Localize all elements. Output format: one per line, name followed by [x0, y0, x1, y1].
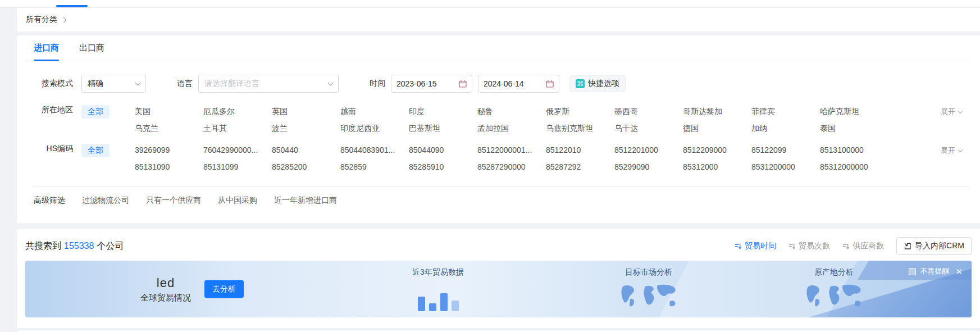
region-item[interactable]: 哈萨克斯坦	[820, 105, 893, 118]
hs-code-item[interactable]: 85044090	[409, 144, 477, 157]
region-list-row1: 美国厄瓜多尔英国越南印度秘鲁俄罗斯墨西哥哥斯达黎加菲律宾哈萨克斯坦	[135, 105, 893, 118]
hs-code-list-row2: 8513109085131099852852008528598528591085…	[135, 161, 893, 174]
dont-remind-label: 不再提醒	[920, 266, 949, 276]
expand-label: 展开	[941, 145, 955, 156]
region-expand-link[interactable]: 展开	[941, 107, 962, 117]
region-item[interactable]: 俄罗斯	[546, 105, 614, 118]
region-item[interactable]: 菲律宾	[751, 105, 820, 118]
quick-options-label: 快捷选项	[588, 79, 619, 89]
advanced-option[interactable]: 从中国采购	[218, 195, 257, 206]
hs-code-lists: 3926909976042990000...85044085044083901.…	[135, 144, 893, 174]
bar	[418, 297, 425, 311]
region-item[interactable]: 乌克兰	[135, 122, 203, 135]
hs-code-item[interactable]: 85287292	[546, 161, 614, 174]
import-crm-button[interactable]: 导入内部CRM	[896, 237, 972, 255]
advanced-options: 过滤物流公司只有一个供应商从中国采购近一年新增进口商	[82, 195, 337, 206]
sort-option[interactable]: 贸易时间	[735, 241, 776, 251]
region-item[interactable]: 巴基斯坦	[409, 122, 477, 135]
sort-option[interactable]: 贸易次数	[788, 241, 830, 251]
breadcrumb-band: 所有分类	[17, 8, 980, 32]
sort-option-label: 贸易时间	[745, 241, 776, 251]
tab-exporters[interactable]: 出口商	[79, 35, 104, 61]
region-item[interactable]: 加纳	[751, 122, 820, 135]
region-item[interactable]: 孟加拉国	[477, 122, 546, 135]
region-item[interactable]: 土耳其	[203, 122, 272, 135]
hs-code-expand-link[interactable]: 展开	[941, 145, 962, 156]
hs-code-item[interactable]: 85299090	[614, 161, 683, 174]
hs-code-label: HS编码	[25, 144, 73, 154]
hs-code-all-chip[interactable]: 全部	[81, 144, 110, 157]
hs-code-item[interactable]: 85285910	[409, 161, 477, 174]
chevron-down-icon	[958, 108, 963, 113]
region-item[interactable]: 秘鲁	[477, 105, 546, 118]
hs-code-item[interactable]: 8512209000	[683, 144, 751, 157]
region-item[interactable]: 德国	[683, 122, 751, 135]
active-top-tab-underline	[56, 5, 88, 7]
time-label: 时间	[370, 79, 385, 89]
hs-code-item[interactable]: 85285200	[272, 161, 340, 174]
hs-code-item[interactable]: 85131099	[203, 161, 272, 174]
search-mode-label: 搜索模式	[25, 79, 73, 89]
results-count-suffix: 个公司	[97, 240, 124, 252]
hs-code-item[interactable]: 85122099	[751, 144, 820, 157]
region-item[interactable]: 乌干达	[614, 122, 683, 135]
end-date-input[interactable]: 2024-06-14	[478, 75, 559, 93]
banner-section-title: 目标市场分析	[598, 267, 699, 278]
advanced-option[interactable]: 只有一个供应商	[146, 195, 201, 206]
close-icon[interactable]: ✕	[955, 267, 963, 276]
advanced-filter-row: 高级筛选 过滤物流公司只有一个供应商从中国采购近一年新增进口商	[25, 195, 969, 206]
language-select[interactable]: 请选择翻译语言	[198, 75, 339, 93]
hs-code-item[interactable]: 85131090	[135, 161, 203, 174]
hs-code-item[interactable]: 85122000001...	[477, 144, 546, 157]
hs-code-item[interactable]: 85312000000	[820, 161, 893, 174]
advanced-option[interactable]: 近一年新增进口商	[274, 195, 337, 206]
region-item[interactable]: 印度	[409, 105, 477, 118]
region-item[interactable]: 泰国	[820, 122, 893, 135]
region-item[interactable]: 越南	[340, 105, 409, 118]
hs-code-item[interactable]: 85122010	[546, 144, 614, 157]
calendar-icon	[546, 80, 554, 88]
sort-icon	[735, 243, 742, 250]
region-item[interactable]: 乌兹别克斯坦	[546, 122, 614, 135]
region-item[interactable]: 哥斯达黎加	[683, 105, 751, 118]
start-date-input[interactable]: 2023-06-15	[391, 75, 472, 93]
breadcrumb[interactable]: 所有分类	[26, 15, 66, 25]
tab-importers[interactable]: 进口商	[34, 35, 59, 61]
sort-option[interactable]: 供应商数	[842, 241, 884, 251]
region-item[interactable]: 波兰	[272, 122, 340, 135]
hs-code-item[interactable]: 76042990000...	[203, 144, 272, 157]
quick-options-button[interactable]: ⌘ 快捷选项	[569, 75, 626, 92]
world-map-graphic	[803, 282, 865, 311]
hs-code-item[interactable]: 85312000	[683, 161, 751, 174]
results-header-actions: 贸易时间 贸易次数 供应商数	[735, 237, 972, 255]
region-item[interactable]: 英国	[272, 105, 340, 118]
trade-bar-chart	[388, 284, 489, 311]
divider	[34, 186, 969, 187]
hs-code-item[interactable]: 8512201000	[614, 144, 683, 157]
region-item[interactable]: 印度尼西亚	[340, 122, 409, 135]
search-options-row: 搜索模式 精确 语言 请选择翻译语言 时间 2023-06-15 2024-06…	[25, 75, 969, 93]
hs-code-item[interactable]: 85287290000	[477, 161, 546, 174]
analyze-button[interactable]: 去分析	[204, 280, 244, 298]
start-date-value: 2023-06-15	[396, 79, 437, 88]
chevron-down-icon	[958, 147, 963, 152]
search-mode-select[interactable]: 精确	[81, 75, 146, 93]
import-icon	[904, 242, 911, 250]
region-label: 所在地区	[25, 105, 73, 115]
region-all-chip[interactable]: 全部	[81, 105, 110, 119]
region-item[interactable]: 厄瓜多尔	[203, 105, 272, 118]
hs-code-item[interactable]: 852859	[340, 161, 409, 174]
hs-code-item[interactable]: 850440	[272, 144, 340, 157]
banner-keyword: led	[140, 275, 191, 290]
chevron-right-icon	[61, 17, 67, 22]
hs-code-item[interactable]: 8513100000	[820, 144, 893, 157]
hs-code-item[interactable]: 85044083901...	[340, 144, 409, 157]
results-count-number[interactable]: 155338	[64, 241, 94, 251]
dont-remind-checkbox[interactable]	[909, 268, 916, 275]
hs-code-item[interactable]: 39269099	[135, 144, 203, 157]
advanced-option[interactable]: 过滤物流公司	[82, 195, 129, 206]
hs-code-item[interactable]: 8531200000	[751, 161, 820, 174]
banner-section-target-market: 目标市场分析	[598, 267, 699, 313]
region-item[interactable]: 墨西哥	[614, 105, 683, 118]
region-item[interactable]: 美国	[135, 105, 203, 118]
